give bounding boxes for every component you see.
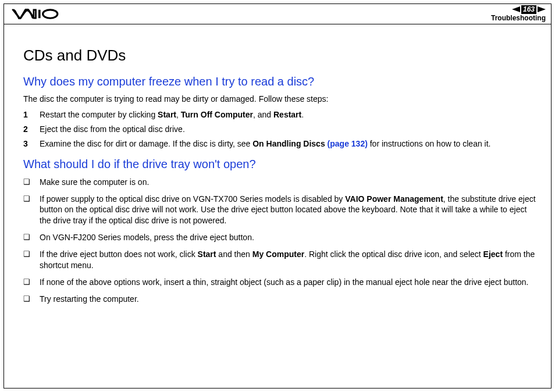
text: , bbox=[176, 110, 181, 119]
list-item: If power supply to the optical disc driv… bbox=[23, 194, 538, 227]
bold-text: Start bbox=[158, 110, 176, 119]
question-2-heading: What should I do if the drive tray won't… bbox=[23, 158, 538, 171]
prev-page-arrow-icon[interactable] bbox=[512, 6, 520, 12]
text: for instructions on how to clean it. bbox=[368, 139, 491, 148]
page-link[interactable]: (page 132) bbox=[328, 139, 368, 148]
page-navigation: 163 bbox=[491, 5, 546, 13]
svg-point-1 bbox=[43, 9, 58, 17]
page-header: 163 Troubleshooting bbox=[3, 3, 552, 24]
bold-text: Restart bbox=[273, 110, 301, 119]
text: , and bbox=[253, 110, 273, 119]
text: . bbox=[301, 110, 304, 119]
step-2: Eject the disc from the optical disc dri… bbox=[23, 124, 538, 135]
list-item: If none of the above options work, inser… bbox=[23, 277, 538, 288]
bold-text: Eject bbox=[483, 250, 503, 259]
bold-text: Start bbox=[198, 250, 216, 259]
question-1-steps: Restart the computer by clicking Start, … bbox=[23, 109, 538, 149]
question-1-intro: The disc the computer is trying to read … bbox=[23, 94, 538, 104]
bold-text: Turn Off Computer bbox=[181, 110, 253, 119]
text: If the drive eject button does not work,… bbox=[40, 250, 198, 259]
page-number: 163 bbox=[521, 5, 536, 13]
svg-rect-0 bbox=[38, 9, 41, 17]
bold-text: VAIO Power Management bbox=[345, 194, 443, 204]
text: If power supply to the optical disc driv… bbox=[40, 194, 345, 204]
list-item: Make sure the computer is on. bbox=[23, 177, 538, 188]
page-title: CDs and DVDs bbox=[23, 47, 538, 65]
next-page-arrow-icon[interactable] bbox=[538, 6, 546, 12]
text: Restart the computer by clicking bbox=[40, 110, 158, 119]
text: and then bbox=[216, 250, 252, 259]
bold-text: My Computer bbox=[252, 250, 304, 259]
header-right: 163 Troubleshooting bbox=[491, 5, 546, 22]
vaio-logo bbox=[9, 9, 67, 19]
section-label: Troubleshooting bbox=[491, 14, 546, 22]
step-3: Examine the disc for dirt or damage. If … bbox=[23, 138, 538, 149]
text: Examine the disc for dirt or damage. If … bbox=[40, 139, 252, 148]
question-1-heading: Why does my computer freeze when I try t… bbox=[23, 75, 538, 88]
list-item: On VGN-FJ200 Series models, press the dr… bbox=[23, 232, 538, 243]
bold-text: On Handling Discs bbox=[252, 139, 327, 148]
list-item: Try restarting the computer. bbox=[23, 294, 538, 305]
question-2-list: Make sure the computer is on. If power s… bbox=[23, 177, 538, 305]
list-item: If the drive eject button does not work,… bbox=[23, 249, 538, 271]
step-1: Restart the computer by clicking Start, … bbox=[23, 109, 538, 120]
text: . Right click the optical disc drive ico… bbox=[304, 250, 483, 259]
page-content: CDs and DVDs Why does my computer freeze… bbox=[23, 47, 538, 311]
